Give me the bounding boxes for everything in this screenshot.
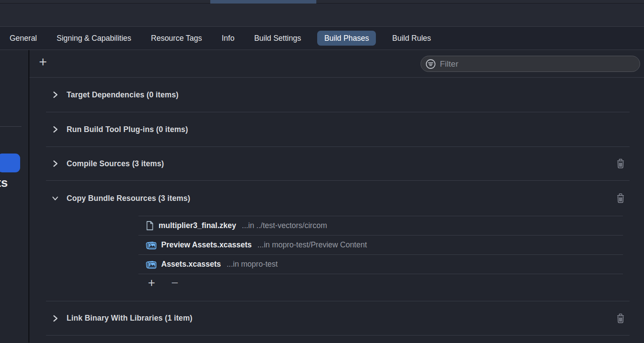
tab-build-settings[interactable]: Build Settings xyxy=(251,31,304,46)
phase-run-build-tool-plugins[interactable]: Run Build Tool Plug-ins (0 items) xyxy=(29,112,644,146)
phase-title: Compile Sources (3 items) xyxy=(67,159,164,168)
filter-placeholder: Filter xyxy=(440,59,458,69)
phase-target-dependencies[interactable]: Target Dependencies (0 items) xyxy=(29,78,644,112)
chevron-right-icon[interactable] xyxy=(52,91,59,99)
file-row[interactable]: Assets.xcassets ...in mopro-test xyxy=(138,254,623,274)
section-divider xyxy=(46,335,630,336)
phase-title: Copy Bundle Resources (3 items) xyxy=(67,194,190,203)
selected-target-row[interactable] xyxy=(0,154,20,172)
trash-icon[interactable] xyxy=(616,193,625,203)
phase-title: Run Build Tool Plug-ins (0 items) xyxy=(67,125,188,134)
remove-file-button[interactable]: − xyxy=(169,276,180,289)
file-row[interactable]: Preview Assets.xcassets ...in mopro-test… xyxy=(138,235,623,254)
chevron-right-icon[interactable] xyxy=(52,160,59,168)
tab-build-rules[interactable]: Build Rules xyxy=(389,31,435,46)
targets-sidebar: ts xyxy=(0,50,29,343)
add-build-phase-button[interactable]: + xyxy=(36,54,50,71)
copy-bundle-resources-file-list: multiplier3_final.zkey ...in ../test-vec… xyxy=(138,216,623,292)
chevron-right-icon[interactable] xyxy=(52,314,59,322)
chevron-down-icon[interactable] xyxy=(52,196,59,201)
editor-tab-bar: General Signing & Capabilities Resource … xyxy=(0,27,644,50)
file-list-controls: + − xyxy=(138,274,623,292)
filter-field[interactable]: Filter xyxy=(421,56,640,72)
phase-title: Link Binary With Libraries (1 item) xyxy=(67,314,192,323)
window-tab-strip xyxy=(0,0,644,4)
tab-build-phases[interactable]: Build Phases xyxy=(317,31,376,46)
file-location: ...in mopro-test/Preview Content xyxy=(258,240,367,250)
phase-compile-sources[interactable]: Compile Sources (3 items) xyxy=(29,147,644,180)
tab-resource-tags[interactable]: Resource Tags xyxy=(148,31,205,46)
build-phases-list: Target Dependencies (0 items) Run Build … xyxy=(29,78,644,343)
tab-signing-capabilities[interactable]: Signing & Capabilities xyxy=(53,31,134,46)
filter-icon xyxy=(425,58,436,70)
phase-title: Target Dependencies (0 items) xyxy=(67,90,178,100)
phases-toolbar: + Filter xyxy=(29,50,644,78)
active-file-tab[interactable] xyxy=(210,0,316,4)
target-partial-label: ts xyxy=(0,176,8,190)
sidebar-divider xyxy=(0,126,21,127)
file-location: ...in mopro-test xyxy=(226,260,278,269)
file-name: multiplier3_final.zkey xyxy=(159,221,236,230)
phase-link-binary-with-libraries[interactable]: Link Binary With Libraries (1 item) xyxy=(29,301,644,335)
file-row[interactable]: multiplier3_final.zkey ...in ../test-vec… xyxy=(138,216,623,235)
file-location: ...in ../test-vectors/circom xyxy=(242,221,327,230)
document-icon xyxy=(146,221,154,231)
trash-icon[interactable] xyxy=(616,314,625,323)
chevron-right-icon[interactable] xyxy=(52,125,59,133)
file-name: Assets.xcassets xyxy=(161,260,221,269)
tab-general[interactable]: General xyxy=(6,31,40,46)
add-file-button[interactable]: + xyxy=(146,276,157,289)
trash-icon[interactable] xyxy=(616,159,625,168)
tab-info[interactable]: Info xyxy=(218,31,238,46)
file-name: Preview Assets.xcassets xyxy=(161,240,252,250)
toolbar-band xyxy=(0,4,644,27)
section-gap xyxy=(29,292,644,301)
phase-copy-bundle-resources[interactable]: Copy Bundle Resources (3 items) xyxy=(29,181,644,216)
asset-catalog-icon xyxy=(146,260,156,269)
asset-catalog-icon xyxy=(146,240,156,250)
